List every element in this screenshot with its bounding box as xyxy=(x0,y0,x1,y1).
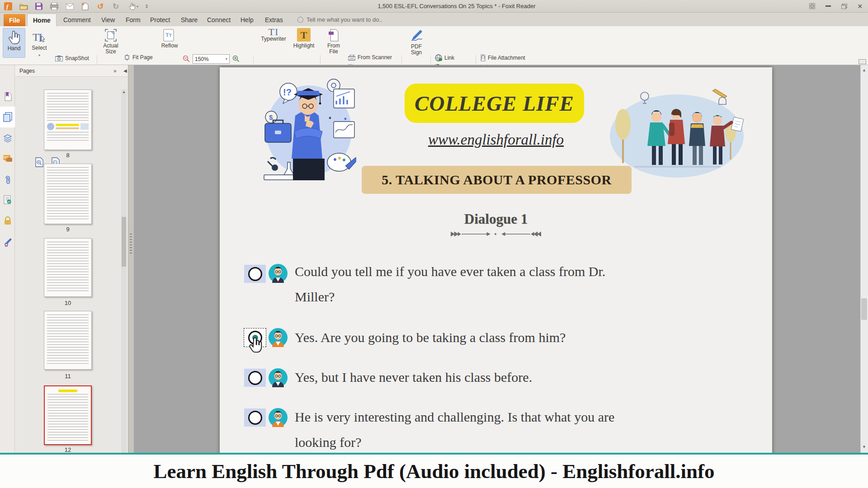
thumbnails-scrollbar-thumb[interactable] xyxy=(122,217,126,267)
layers-panel-icon[interactable] xyxy=(0,129,15,147)
pdf-sign-button[interactable]: PDF Sign xyxy=(405,29,428,56)
window-title: 1,500 ESL-EFL Conversations On 25 Topics… xyxy=(253,3,660,9)
page-thumbnail-12-selected[interactable] xyxy=(44,385,92,445)
scroll-down-arrow[interactable]: ▼ xyxy=(861,445,867,449)
audio-radio-button[interactable] xyxy=(244,369,266,387)
tab-extras[interactable]: Extras xyxy=(259,14,288,26)
expand-panel-icon[interactable]: » xyxy=(113,68,117,74)
tab-comment[interactable]: Comment xyxy=(58,14,96,26)
attachments-panel-icon[interactable] xyxy=(0,171,15,189)
link-icon xyxy=(435,54,442,61)
layout-grid-icon[interactable] xyxy=(805,0,819,12)
file-attachment-icon xyxy=(480,54,486,61)
hand-tool-quick-icon[interactable] xyxy=(127,2,137,11)
tab-form[interactable]: Form xyxy=(120,14,146,26)
speaker-b-avatar-icon xyxy=(269,328,288,347)
fit-page-label: Fit Page xyxy=(132,54,153,61)
lightbulb-icon xyxy=(297,17,303,23)
close-button[interactable]: ✕ xyxy=(853,0,867,12)
tab-file[interactable]: File xyxy=(4,14,25,26)
from-file-label: From File xyxy=(325,43,343,55)
thumbnails-scrollbar[interactable]: ▲ xyxy=(121,89,127,453)
audio-radio-button[interactable] xyxy=(244,265,266,283)
security-panel-icon[interactable] xyxy=(0,211,15,230)
actual-size-button[interactable]: Actual Size xyxy=(100,29,121,55)
from-file-button[interactable]: From File xyxy=(324,29,344,55)
select-dropdown-caret[interactable]: ▾ xyxy=(38,52,40,58)
undo-icon[interactable]: ↺ xyxy=(96,2,105,11)
dialogue-line: Yes. Are you going to be taking a class … xyxy=(295,325,729,350)
page-thumbnail-8[interactable] xyxy=(44,89,92,150)
tab-connect[interactable]: Connect xyxy=(202,14,236,26)
dialogue-title: Dialogue 1 xyxy=(220,211,772,227)
foxit-logo-icon[interactable]: f xyxy=(4,2,13,11)
svg-text:Tт: Tт xyxy=(165,31,172,38)
reflow-label: Reflow xyxy=(161,43,178,49)
restore-button[interactable] xyxy=(837,0,851,12)
minimize-button[interactable] xyxy=(821,0,835,12)
svg-text:!?: !? xyxy=(283,87,292,97)
from-file-icon xyxy=(329,29,339,42)
file-attachment-button[interactable]: File Attachment xyxy=(480,54,525,61)
email-icon[interactable] xyxy=(65,2,74,11)
page-thumbnail-11[interactable] xyxy=(44,311,92,370)
hand-tool-button[interactable]: Hand xyxy=(3,28,25,58)
link-button[interactable]: Link xyxy=(435,54,454,61)
enlarge-thumbnails-icon[interactable] xyxy=(35,157,44,167)
pages-panel-icon[interactable] xyxy=(0,107,15,127)
comments-panel-icon[interactable] xyxy=(0,150,15,168)
save-icon[interactable] xyxy=(34,2,43,11)
panel-resize-grip[interactable] xyxy=(130,234,132,254)
snapshot-icon xyxy=(55,56,63,61)
page-thumbnail-label: 8 xyxy=(44,152,92,159)
snapshot-button[interactable]: SnapShot xyxy=(55,55,89,61)
bookmarks-panel-icon[interactable] xyxy=(0,88,15,106)
select-tool-button[interactable]: T I Select ▾ xyxy=(27,28,52,61)
document-view[interactable]: !? $ xyxy=(134,65,860,453)
ribbon-collapse-button[interactable] xyxy=(859,59,866,64)
from-scanner-button[interactable]: From Scanner xyxy=(348,54,392,61)
reflow-button[interactable]: Tт Reflow xyxy=(159,29,180,49)
speaker-a-avatar-icon xyxy=(269,368,288,387)
panel-resize-divider[interactable] xyxy=(128,65,134,453)
audio-radio-button[interactable] xyxy=(244,408,266,427)
page-thumbnail-label: 9 xyxy=(44,226,92,233)
students-group-illustration xyxy=(608,83,746,179)
zoom-in-icon[interactable] xyxy=(232,55,240,63)
snapshot-label: SnapShot xyxy=(65,55,89,61)
open-folder-icon[interactable] xyxy=(19,2,28,11)
title-bar: f ↺ ↻ ▾ ⇕ 1,500 ESL-EFL Conversations On… xyxy=(0,0,868,13)
tab-view[interactable]: View xyxy=(96,14,120,26)
tell-me-box[interactable]: Tell me what you want to do.. xyxy=(297,16,382,23)
actual-size-label: Actual Size xyxy=(101,43,121,55)
tab-home[interactable]: Home xyxy=(27,14,57,26)
tab-help[interactable]: Help xyxy=(235,14,259,26)
tab-share[interactable]: Share xyxy=(175,14,203,26)
typewriter-button[interactable]: TI Typewriter xyxy=(259,29,288,42)
dialogue-divider-ornament xyxy=(451,231,541,237)
page-thumbnail-label: 12 xyxy=(44,446,92,453)
zoom-level-combo[interactable]: 150% ▾ xyxy=(193,54,230,64)
dialogue-line: He is very interesting and challenging. … xyxy=(295,404,729,453)
zoom-out-icon[interactable] xyxy=(183,55,190,63)
collapse-panel-icon[interactable]: ◀ xyxy=(123,68,127,73)
sign-panel-icon[interactable] xyxy=(0,233,15,251)
scroll-up-arrow[interactable]: ▲ xyxy=(861,68,867,72)
tab-protect[interactable]: Protect xyxy=(145,14,175,26)
digital-signatures-panel-icon[interactable] xyxy=(0,191,15,209)
page-thumbnail-10[interactable] xyxy=(44,238,92,297)
pdf-page: !? $ xyxy=(220,67,772,453)
topic-heading: 5. TALKING ABOUT A PROFESSOR xyxy=(362,166,632,194)
page-thumbnail-9[interactable] xyxy=(44,164,92,224)
document-scrollbar[interactable] xyxy=(860,65,868,453)
new-document-icon[interactable] xyxy=(80,2,90,11)
print-icon[interactable] xyxy=(50,2,59,11)
document-scrollbar-thumb[interactable] xyxy=(861,298,867,320)
page-thumbnail-label: 11 xyxy=(44,373,92,380)
highlight-button[interactable]: T Highlight xyxy=(291,28,316,49)
hand-tool-dropdown-caret[interactable]: ▾ xyxy=(137,5,138,9)
fit-page-button[interactable]: Fit Page xyxy=(124,54,153,61)
redo-icon[interactable]: ↻ xyxy=(111,2,120,11)
hand-icon xyxy=(8,31,20,44)
customize-toolbar-icon[interactable]: ⇕ xyxy=(145,4,149,9)
